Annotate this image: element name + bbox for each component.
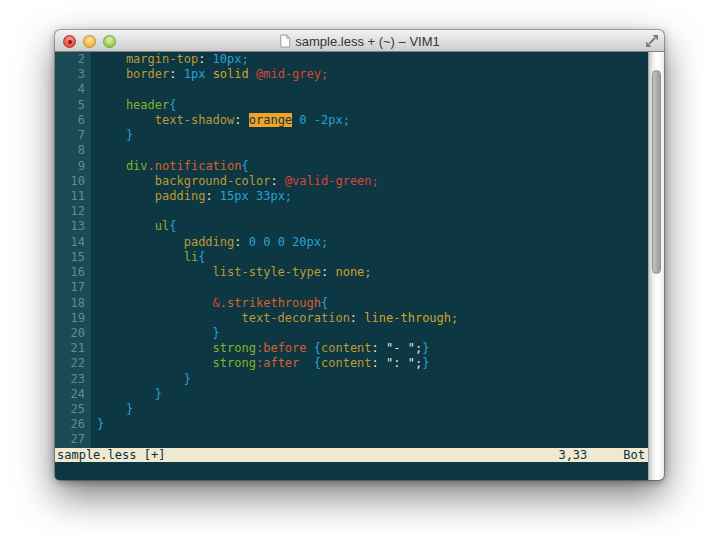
line-number: 2 <box>55 52 91 67</box>
vim-commandline: -- INSERT -- <box>55 462 648 480</box>
code-token <box>242 235 249 249</box>
code-token <box>379 356 386 370</box>
vim-statusline: sample.less [+] 3,33 Bot <box>55 448 648 462</box>
scrollbar[interactable] <box>648 52 664 480</box>
code-line: 8 <box>55 143 648 158</box>
code-token: } <box>184 372 191 386</box>
code-token: 0 0 0 20px; <box>249 235 328 249</box>
code-token: : <box>372 356 379 370</box>
line-number: 19 <box>55 311 91 326</box>
code-token: } <box>422 356 429 370</box>
code-token: 0 -2px; <box>292 113 350 127</box>
code-token: } <box>422 341 429 355</box>
line-number: 24 <box>55 387 91 402</box>
code-line: 4 <box>55 82 648 97</box>
code-token: strong <box>213 341 256 355</box>
code-token: ": " <box>386 356 415 370</box>
code-line: 16list-style-type: none; <box>55 265 648 280</box>
line-number: 17 <box>55 280 91 295</box>
code-token: padding <box>155 189 206 203</box>
line-number: 18 <box>55 296 91 311</box>
line-number: 14 <box>55 235 91 250</box>
code-line: 3border: 1px solid @mid-grey; <box>55 67 648 82</box>
code-line: 17 <box>55 280 648 295</box>
code-token: { <box>169 98 176 112</box>
highlighted-text: orange <box>249 113 292 127</box>
code-line: 25} <box>55 402 648 417</box>
line-number: 5 <box>55 98 91 113</box>
line-number: 10 <box>55 174 91 189</box>
code-token: 10px; <box>213 52 249 66</box>
code-token: :before <box>256 341 307 355</box>
line-number: 20 <box>55 326 91 341</box>
editor-pane: 2margin-top: 10px;3border: 1px solid @mi… <box>55 52 648 480</box>
code-token: & <box>213 296 220 310</box>
code-token: { <box>169 219 176 233</box>
statusline-ruler: 3,33 <box>558 448 587 462</box>
zoom-button[interactable] <box>103 35 116 48</box>
code-token: { <box>314 356 321 370</box>
code-line: 20} <box>55 326 648 341</box>
code-line: 15li{ <box>55 250 648 265</box>
code-token: margin-top <box>126 52 198 66</box>
code-token: solid <box>213 67 249 81</box>
code-line: 7} <box>55 128 648 143</box>
code-token: 15px 33px; <box>220 189 292 203</box>
code-token: { <box>198 250 205 264</box>
code-token: : <box>205 189 212 203</box>
code-line: 23} <box>55 372 648 387</box>
code-line: 26} <box>55 417 648 432</box>
statusline-scroll-position: Bot <box>623 448 645 462</box>
code-token: { <box>321 296 328 310</box>
code-token: text-shadow <box>155 113 234 127</box>
code-token: ul <box>155 219 169 233</box>
line-number: 3 <box>55 67 91 82</box>
code-line: 18&.strikethrough{ <box>55 296 648 311</box>
minimize-button[interactable] <box>83 35 96 48</box>
code-token: li <box>184 250 198 264</box>
close-button[interactable] <box>63 35 76 48</box>
code-token: header <box>126 98 169 112</box>
fullscreen-icon[interactable] <box>645 34 659 48</box>
code-token <box>176 67 183 81</box>
code-token: @valid-green; <box>285 174 379 188</box>
code-token: { <box>242 159 249 173</box>
line-number: 26 <box>55 417 91 432</box>
code-token: list-style-type <box>213 265 321 279</box>
code-token: background-color <box>155 174 271 188</box>
line-number: 22 <box>55 356 91 371</box>
title-group: sample.less + (~) – VIM1 <box>279 30 440 52</box>
line-number: 23 <box>55 372 91 387</box>
code-line: 19text-decoration: line-through; <box>55 311 648 326</box>
document-icon <box>279 34 290 48</box>
code-token: border <box>126 67 169 81</box>
line-number: 27 <box>55 432 91 447</box>
line-number: 16 <box>55 265 91 280</box>
window-title: sample.less + (~) – VIM1 <box>295 34 440 49</box>
scrollbar-thumb[interactable] <box>652 70 661 274</box>
mode-indicator: -- INSERT -- <box>115 478 202 480</box>
code-token: @mid-grey; <box>256 67 328 81</box>
statusline-filename: sample.less [+] <box>57 448 165 462</box>
code-line: 6text-shadow: orange 0 -2px; <box>55 113 648 128</box>
line-number: 15 <box>55 250 91 265</box>
code-editor[interactable]: 2margin-top: 10px;3border: 1px solid @mi… <box>55 52 648 448</box>
code-token: } <box>155 387 162 401</box>
window-content: 2margin-top: 10px;3border: 1px solid @mi… <box>55 52 664 480</box>
code-token <box>205 67 212 81</box>
code-token: "- " <box>386 341 415 355</box>
code-line: 22strong:after {content: ": ";} <box>55 356 648 371</box>
line-number: 21 <box>55 341 91 356</box>
line-number: 6 <box>55 113 91 128</box>
titlebar[interactable]: sample.less + (~) – VIM1 <box>55 30 664 52</box>
code-token: : <box>270 174 277 188</box>
code-token <box>379 341 386 355</box>
code-token: padding <box>184 235 235 249</box>
modified-dot-icon <box>68 40 72 44</box>
vim-window: sample.less + (~) – VIM1 2margin-top: 10… <box>55 30 664 480</box>
code-token: div <box>126 159 148 173</box>
line-number: 13 <box>55 219 91 234</box>
line-number: 4 <box>55 82 91 97</box>
code-line: 11padding: 15px 33px; <box>55 189 648 204</box>
code-line: 9div.notification{ <box>55 159 648 174</box>
